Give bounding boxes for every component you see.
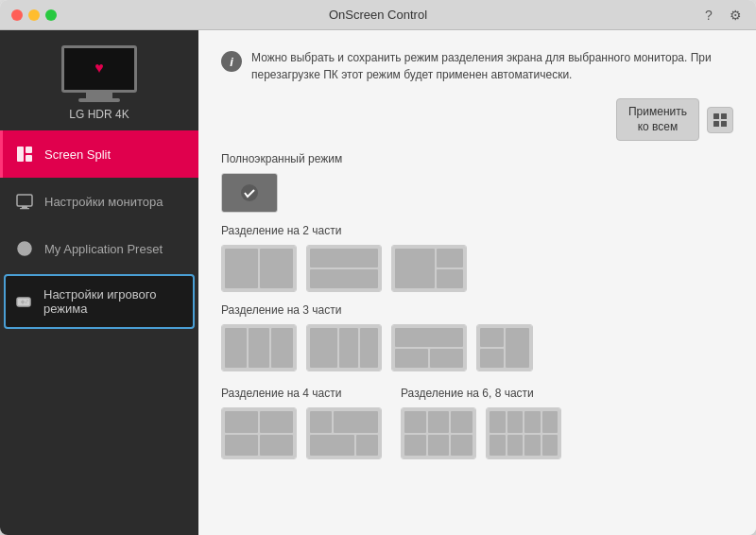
sidebar-item-screen-split[interactable]: Screen Split (0, 130, 198, 178)
svg-rect-5 (20, 208, 29, 209)
split68-section: Разделение на 6, 8 части (401, 383, 561, 463)
layout-4a[interactable] (221, 407, 297, 459)
sidebar: ♥ LG HDR 4K Screen Split (0, 30, 198, 535)
svg-point-12 (26, 302, 27, 303)
fullscreen-layouts (221, 173, 733, 213)
game-mode-icon (13, 291, 34, 312)
sidebar-label-monitor-settings: Настройки монитора (44, 195, 163, 209)
window-title: OnScreen Control (329, 8, 427, 22)
svg-point-11 (26, 300, 28, 302)
layout-3col[interactable] (221, 324, 297, 371)
layout-3c[interactable] (391, 324, 467, 371)
split4-layouts (221, 407, 382, 459)
apply-all-button[interactable]: Применить ко всем (616, 98, 699, 141)
split2-layouts (221, 245, 733, 292)
svg-rect-1 (26, 147, 32, 153)
split68-layouts (401, 407, 561, 459)
layout-2col[interactable] (221, 245, 297, 292)
svg-rect-3 (17, 195, 32, 206)
svg-rect-4 (22, 206, 27, 208)
info-icon: i (221, 51, 242, 72)
svg-rect-2 (26, 155, 32, 162)
monitor-icon: ♥ (61, 45, 137, 102)
layout-2right[interactable] (391, 245, 467, 292)
sidebar-item-monitor-settings[interactable]: Настройки монитора (0, 178, 198, 225)
monitor-settings-icon (14, 191, 35, 212)
monitor-name: LG HDR 4K (69, 108, 129, 121)
fullscreen-section: Полноэкранный режим (221, 152, 733, 213)
svg-rect-0 (17, 147, 24, 162)
layout-3d[interactable] (476, 324, 533, 371)
svg-rect-14 (721, 113, 727, 119)
svg-rect-16 (721, 121, 727, 127)
layout-fullscreen[interactable] (221, 173, 278, 213)
apply-icon-button[interactable] (707, 107, 733, 133)
split4-title: Разделение на 4 части (221, 387, 382, 400)
svg-rect-13 (713, 113, 719, 119)
sidebar-item-app-preset[interactable]: My Application Preset (0, 225, 198, 272)
help-button[interactable]: ? (699, 6, 718, 25)
svg-point-7 (22, 246, 27, 251)
split2-title: Разделение на 2 части (221, 224, 733, 237)
main-panel: i Можно выбрать и сохранить режим раздел… (198, 30, 756, 535)
sidebar-label-app-preset: My Application Preset (44, 242, 163, 256)
titlebar: OnScreen Control ? ⚙ (0, 0, 756, 30)
apply-btn-area: Применить ко всем (221, 98, 733, 141)
bottom-sections-row: Разделение на 4 части (221, 383, 733, 475)
sidebar-label-game-mode: Настройки игрового режима (43, 287, 185, 316)
close-button[interactable] (11, 9, 23, 21)
svg-point-17 (241, 184, 258, 201)
app-window: OnScreen Control ? ⚙ ♥ LG HDR 4K (0, 0, 756, 535)
split3-section: Разделение на 3 части (221, 303, 733, 371)
app-preset-icon (14, 238, 35, 259)
info-text: Можно выбрать и сохранить режим разделен… (251, 49, 733, 83)
selected-check (222, 174, 277, 212)
layout-8col[interactable] (486, 407, 561, 459)
monitor-display: ♥ LG HDR 4K (0, 30, 198, 130)
maximize-button[interactable] (45, 9, 57, 21)
screen-split-icon (14, 144, 35, 164)
window-controls (11, 9, 57, 21)
split3-title: Разделение на 3 части (221, 303, 733, 317)
fullscreen-title: Полноэкранный режим (221, 152, 733, 165)
sidebar-item-game-mode[interactable]: Настройки игрового режима (4, 274, 195, 329)
layout-6col[interactable] (401, 407, 476, 459)
svg-rect-15 (713, 121, 719, 127)
settings-button[interactable]: ⚙ (726, 6, 745, 25)
split2-section: Разделение на 2 части (221, 224, 733, 292)
sidebar-label-screen-split: Screen Split (44, 147, 111, 162)
sidebar-nav: Screen Split Настройки монитора My Appli… (0, 130, 198, 535)
content-area: ♥ LG HDR 4K Screen Split (0, 30, 756, 535)
split4-section: Разделение на 4 части (221, 383, 382, 463)
titlebar-actions: ? ⚙ (699, 6, 745, 25)
layout-3b[interactable] (306, 324, 382, 371)
info-banner: i Можно выбрать и сохранить режим раздел… (221, 49, 733, 83)
split3-layouts (221, 324, 733, 371)
layout-2row[interactable] (306, 245, 382, 292)
minimize-button[interactable] (28, 9, 40, 21)
layout-4b[interactable] (306, 407, 382, 459)
split68-title: Разделение на 6, 8 части (401, 387, 561, 400)
